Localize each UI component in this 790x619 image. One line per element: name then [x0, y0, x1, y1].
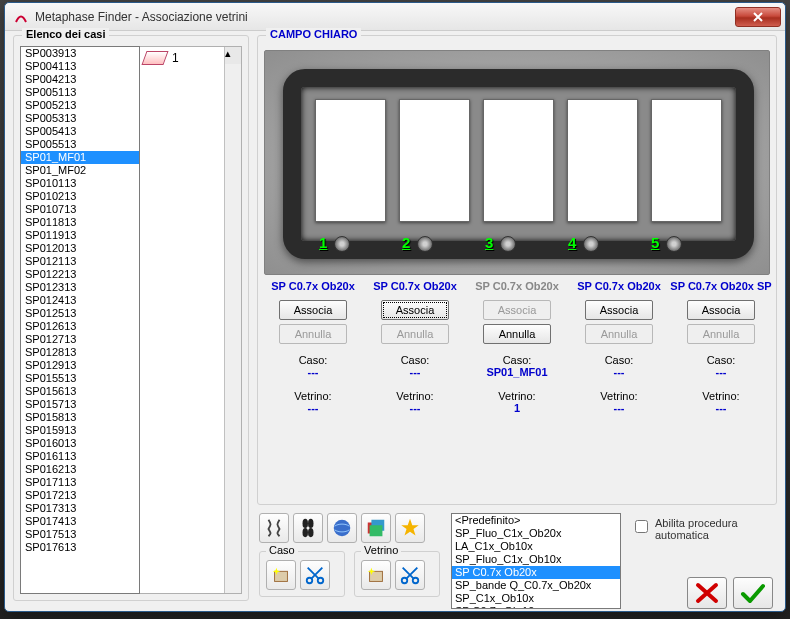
- case-item[interactable]: SP015613: [21, 385, 139, 398]
- close-button[interactable]: [735, 7, 781, 27]
- app-window: Metaphase Finder - Associazione vetrini …: [4, 2, 786, 612]
- case-item[interactable]: SP005113: [21, 86, 139, 99]
- annulla-button[interactable]: Annulla: [483, 324, 551, 344]
- annulla-button: Annulla: [381, 324, 449, 344]
- case-item[interactable]: SP012813: [21, 346, 139, 359]
- case-item[interactable]: SP012713: [21, 333, 139, 346]
- case-item[interactable]: SP01_MF01: [21, 151, 139, 164]
- star-icon: [399, 517, 421, 539]
- case-item[interactable]: SP015513: [21, 372, 139, 385]
- title-bar[interactable]: Metaphase Finder - Associazione vetrini: [5, 3, 785, 31]
- vetrino-tools-legend: Vetrino: [361, 544, 401, 556]
- case-item[interactable]: SP015713: [21, 398, 139, 411]
- protocol-item[interactable]: <Predefinito>: [452, 514, 620, 527]
- svg-point-4: [334, 520, 351, 537]
- protocol-item[interactable]: SP_C1x_Ob10x: [452, 592, 620, 605]
- caso-label: Caso:: [568, 354, 670, 366]
- caso-value: ---: [568, 366, 670, 378]
- mode-btn-3[interactable]: [327, 513, 357, 543]
- protocol-item[interactable]: SP_Fluo_C1x_Ob20x: [452, 527, 620, 540]
- caso-value: ---: [364, 366, 466, 378]
- auto-checkbox-wrap: Abilita procedura automatica: [631, 517, 741, 541]
- case-item[interactable]: SP012913: [21, 359, 139, 372]
- case-item[interactable]: SP012513: [21, 307, 139, 320]
- protocol-item[interactable]: SP_Fluo_C1x_Ob10x: [452, 553, 620, 566]
- case-item[interactable]: SP012313: [21, 281, 139, 294]
- slot-column-2: SP C0.7x Ob20xAssociaAnnullaCaso:---Vetr…: [364, 280, 466, 414]
- svg-point-2: [303, 528, 309, 537]
- caso-label: Caso:: [466, 354, 568, 366]
- client-area: Elenco dei casi SP003913SP004113SP004213…: [5, 31, 785, 611]
- case-item[interactable]: SP012413: [21, 294, 139, 307]
- case-item[interactable]: SP01_MF02: [21, 164, 139, 177]
- cases-listbox[interactable]: SP003913SP004113SP004213SP005113SP005213…: [20, 46, 140, 594]
- case-item[interactable]: SP017613: [21, 541, 139, 554]
- mode-btn-2[interactable]: [293, 513, 323, 543]
- scroll-up-icon[interactable]: ▴: [225, 47, 241, 64]
- case-item[interactable]: SP004113: [21, 60, 139, 73]
- case-item[interactable]: SP005413: [21, 125, 139, 138]
- case-item[interactable]: SP017213: [21, 489, 139, 502]
- case-item[interactable]: SP012013: [21, 242, 139, 255]
- protocol-item[interactable]: SP C0.7x Ob 10x: [452, 605, 620, 609]
- case-item[interactable]: SP010113: [21, 177, 139, 190]
- case-item[interactable]: SP016113: [21, 450, 139, 463]
- tray-slot: [651, 99, 722, 222]
- associa-button[interactable]: Associa: [687, 300, 755, 320]
- case-item[interactable]: SP015913: [21, 424, 139, 437]
- tray-slot: [399, 99, 470, 222]
- case-item[interactable]: SP012613: [21, 320, 139, 333]
- tray-slot: [567, 99, 638, 222]
- case-item[interactable]: SP017513: [21, 528, 139, 541]
- bottom-toolbar: Caso Vetrino <Predefinito>SP_Fluo_C1x_Ob…: [257, 511, 777, 612]
- auto-checkbox-label[interactable]: Abilita procedura automatica: [631, 517, 741, 541]
- side-scrollbar[interactable]: ▴: [224, 47, 241, 593]
- case-item[interactable]: SP005313: [21, 112, 139, 125]
- caso-label: Caso:: [262, 354, 364, 366]
- ok-button[interactable]: [733, 577, 773, 609]
- chromosome-outline-icon: [263, 517, 285, 539]
- case-item[interactable]: SP017413: [21, 515, 139, 528]
- annulla-button: Annulla: [585, 324, 653, 344]
- associa-button[interactable]: Associa: [279, 300, 347, 320]
- mode-btn-5[interactable]: [395, 513, 425, 543]
- caso-new-button[interactable]: [266, 560, 296, 590]
- case-item[interactable]: SP012213: [21, 268, 139, 281]
- case-item[interactable]: SP005513: [21, 138, 139, 151]
- mode-btn-1[interactable]: [259, 513, 289, 543]
- scissors-icon: [304, 564, 326, 586]
- case-item[interactable]: SP010713: [21, 203, 139, 216]
- case-item[interactable]: SP010213: [21, 190, 139, 203]
- case-item[interactable]: SP015813: [21, 411, 139, 424]
- associa-button[interactable]: Associa: [585, 300, 653, 320]
- case-item[interactable]: SP017313: [21, 502, 139, 515]
- protocol-listbox[interactable]: <Predefinito>SP_Fluo_C1x_Ob20xLA_C1x_Ob1…: [451, 513, 621, 609]
- protocol-item[interactable]: SP_bande Q_C0.7x_Ob20x: [452, 579, 620, 592]
- case-item[interactable]: SP012113: [21, 255, 139, 268]
- protocol-item[interactable]: LA_C1x_Ob10x: [452, 540, 620, 553]
- svg-point-0: [303, 519, 309, 528]
- cancel-button[interactable]: [687, 577, 727, 609]
- protocol-name: SP C0.7x Ob20x: [364, 280, 466, 292]
- protocol-item[interactable]: SP C0.7x Ob20x: [452, 566, 620, 579]
- slot-number: 5: [643, 234, 726, 252]
- case-item[interactable]: SP016213: [21, 463, 139, 476]
- eraser-icon: [141, 51, 168, 65]
- case-item[interactable]: SP011913: [21, 229, 139, 242]
- case-item[interactable]: SP017113: [21, 476, 139, 489]
- case-item[interactable]: SP016013: [21, 437, 139, 450]
- auto-checkbox[interactable]: [635, 520, 648, 533]
- caso-cut-button[interactable]: [300, 560, 330, 590]
- vetrino-cut-button[interactable]: [395, 560, 425, 590]
- mode-btn-4[interactable]: [361, 513, 391, 543]
- vetrino-value: ---: [670, 402, 772, 414]
- slot-number: 1: [311, 234, 394, 252]
- case-item[interactable]: SP003913: [21, 47, 139, 60]
- case-item[interactable]: SP004213: [21, 73, 139, 86]
- vetrino-new-button[interactable]: [361, 560, 391, 590]
- cross-icon: [694, 582, 720, 604]
- case-item[interactable]: SP005213: [21, 99, 139, 112]
- campo-groupbox: CAMPO CHIARO 12345 SP C0.7x Ob20xAssocia…: [257, 35, 777, 505]
- associa-button[interactable]: Associa: [381, 300, 449, 320]
- case-item[interactable]: SP011813: [21, 216, 139, 229]
